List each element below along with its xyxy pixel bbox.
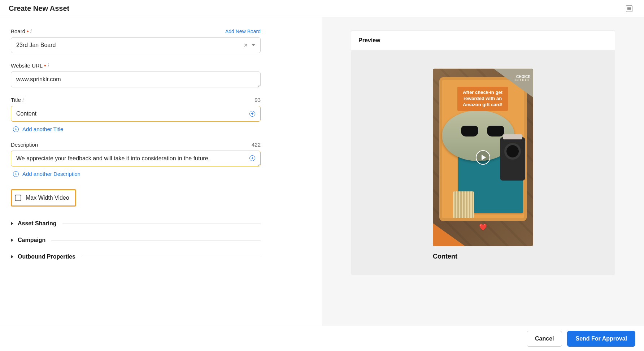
required-dot-icon: • xyxy=(44,64,46,68)
chevron-right-icon xyxy=(11,238,13,242)
preview-caption: Content xyxy=(433,253,457,260)
preview-image[interactable]: CHOICE HOTELS After check-in get rewarde… xyxy=(433,69,533,246)
board-select-value: 23rd Jan Board xyxy=(16,42,56,48)
heart-icon: ❤️ xyxy=(479,223,487,231)
title-counter: 93 xyxy=(254,97,261,103)
form-panel: Board • i Add New Board 23rd Jan Board ✕… xyxy=(0,17,322,327)
preview-panel: Preview CHOICE HOTELS After check-in get xyxy=(322,17,644,327)
description-input[interactable]: We appreciate your feedback and will tak… xyxy=(11,151,261,166)
brand-badge: CHOICE HOTELS xyxy=(514,75,530,81)
page-header: Create New Asset xyxy=(0,0,644,17)
title-input[interactable]: Content + xyxy=(11,106,261,122)
max-width-video-checkbox-row[interactable]: Max Width Video xyxy=(11,189,76,207)
info-icon[interactable]: i xyxy=(48,63,49,69)
preview-card: Preview CHOICE HOTELS After check-in get xyxy=(351,30,615,275)
accordion-campaign[interactable]: Campaign xyxy=(11,232,261,248)
chevron-right-icon xyxy=(11,222,13,225)
send-for-approval-button[interactable]: Send For Approval xyxy=(567,331,635,347)
add-new-board-link[interactable]: Add New Board xyxy=(225,29,261,34)
board-select[interactable]: 23rd Jan Board ✕ xyxy=(11,37,261,53)
max-width-video-label: Max Width Video xyxy=(26,195,69,201)
title-field-label: Title i xyxy=(11,97,24,103)
info-icon[interactable]: i xyxy=(30,29,32,34)
chevron-right-icon xyxy=(11,255,13,259)
plus-circle-icon[interactable]: + xyxy=(249,111,255,117)
url-label: Website URL • i xyxy=(11,62,49,69)
plus-circle-icon: + xyxy=(13,126,19,132)
url-input[interactable]: www.sprinklr.com xyxy=(11,72,261,87)
list-icon[interactable] xyxy=(626,5,632,12)
plus-circle-icon[interactable]: + xyxy=(249,155,255,161)
add-another-title-button[interactable]: + Add another Title xyxy=(11,126,261,132)
preview-header: Preview xyxy=(351,31,615,51)
resize-handle-icon[interactable] xyxy=(256,83,260,86)
accordion-asset-sharing[interactable]: Asset Sharing xyxy=(11,215,261,232)
resize-handle-icon[interactable] xyxy=(256,162,260,165)
add-another-description-button[interactable]: + Add another Description xyxy=(11,171,261,177)
board-label: Board • i xyxy=(11,28,32,34)
checkbox-icon[interactable] xyxy=(15,195,21,201)
clear-icon[interactable]: ✕ xyxy=(244,43,248,48)
promo-text: After check-in get rewarded with an Amaz… xyxy=(457,87,508,111)
page-title: Create New Asset xyxy=(9,4,69,13)
cancel-button[interactable]: Cancel xyxy=(527,331,562,347)
plus-circle-icon: + xyxy=(13,171,19,177)
chevron-down-icon[interactable] xyxy=(252,44,255,46)
accordion-outbound-properties[interactable]: Outbound Properties xyxy=(11,248,261,265)
info-icon[interactable]: i xyxy=(22,97,24,103)
footer-bar: Cancel Send For Approval xyxy=(0,326,644,351)
description-counter: 422 xyxy=(252,142,261,148)
description-label: Description xyxy=(11,142,38,148)
required-dot-icon: • xyxy=(27,30,29,33)
play-icon[interactable] xyxy=(476,150,490,165)
